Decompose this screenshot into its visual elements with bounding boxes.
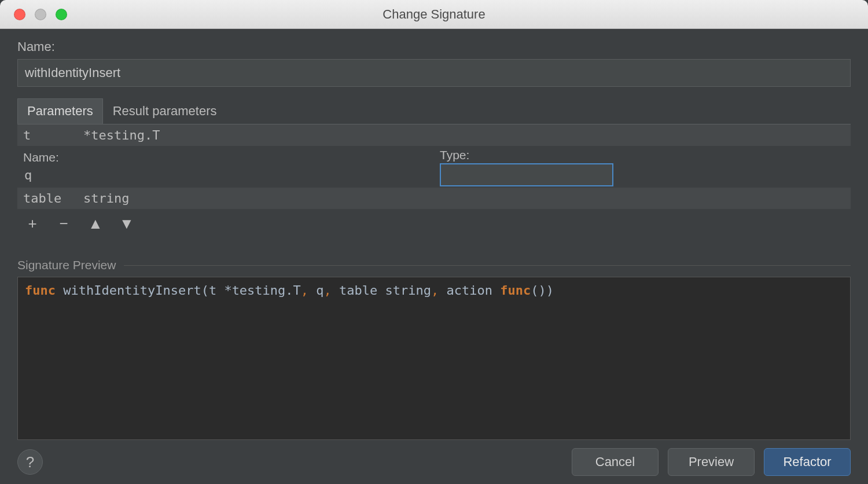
help-button[interactable]: ? bbox=[17, 449, 43, 475]
tabs: Parameters Result parameters bbox=[17, 98, 851, 124]
tab-parameters[interactable]: Parameters bbox=[17, 98, 103, 124]
refactor-button[interactable]: Refactor bbox=[764, 448, 851, 476]
param-type: string bbox=[83, 191, 129, 206]
signature-preview-title: Signature Preview bbox=[17, 258, 116, 272]
signature-preview-section: Signature Preview func withIdentityInser… bbox=[17, 258, 851, 440]
remove-icon[interactable]: − bbox=[57, 215, 71, 233]
param-type-input[interactable] bbox=[440, 163, 613, 186]
param-type-label: Type: bbox=[440, 148, 845, 162]
table-row[interactable]: table string bbox=[17, 188, 851, 209]
window-title: Change Signature bbox=[0, 7, 868, 22]
param-type: *testing.T bbox=[83, 128, 160, 142]
table-row[interactable]: t *testing.T bbox=[17, 124, 851, 146]
move-up-icon[interactable]: ▲ bbox=[88, 215, 102, 233]
name-label: Name: bbox=[17, 39, 851, 54]
move-down-icon[interactable]: ▼ bbox=[119, 215, 133, 233]
dialog-footer: ? Cancel Preview Refactor bbox=[0, 440, 868, 484]
table-row-editing[interactable]: Name: q Type: bbox=[17, 146, 851, 188]
param-name-label: Name: bbox=[23, 151, 428, 164]
param-name-value[interactable]: q bbox=[23, 166, 428, 185]
param-name: t bbox=[23, 128, 75, 142]
divider bbox=[124, 265, 851, 266]
dialog-content: Name: Parameters Result parameters t *te… bbox=[0, 29, 868, 440]
parameters-table: t *testing.T Name: q Type: table string bbox=[17, 124, 851, 209]
parameters-toolbar: + − ▲ ▼ bbox=[17, 209, 851, 239]
signature-preview: func withIdentityInsert(t *testing.T, q,… bbox=[17, 277, 851, 440]
name-input[interactable] bbox=[17, 59, 851, 87]
titlebar: Change Signature bbox=[0, 0, 868, 29]
tab-result-parameters[interactable]: Result parameters bbox=[103, 98, 227, 124]
add-icon[interactable]: + bbox=[25, 215, 39, 233]
preview-button[interactable]: Preview bbox=[668, 448, 755, 476]
cancel-button[interactable]: Cancel bbox=[572, 448, 659, 476]
param-name: table bbox=[23, 191, 75, 206]
